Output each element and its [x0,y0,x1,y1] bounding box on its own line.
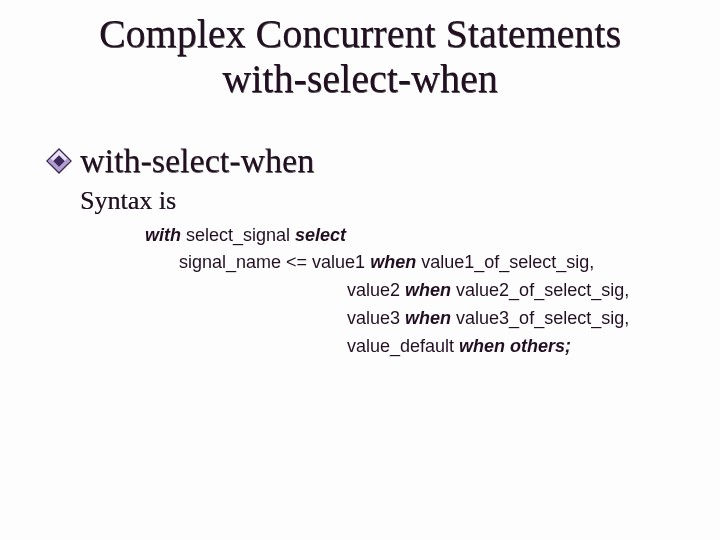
slide-container: Complex Concurrent Statements with-selec… [0,0,720,540]
syntax-block: with select_signal select signal_name <=… [80,222,690,361]
bullet-level1: with-select-when [50,142,690,180]
title-line-1: Complex Concurrent Statements [99,11,621,56]
bullet-level2: Syntax is with select_signal select sign… [50,186,690,361]
bullet-level2-text: Syntax is [80,186,690,216]
syntax-line-5: value_default when others; [145,333,690,361]
text-value3-sig: value3_of_select_sig, [451,308,629,328]
keyword-select: select [295,225,346,245]
keyword-with: with [145,225,181,245]
text-select-signal: select_signal [181,225,295,245]
syntax-line-1: with select_signal select [145,222,690,250]
syntax-line-2: signal_name <= value1 when value1_of_sel… [145,249,690,277]
title-line-2: with-select-when [222,56,497,101]
keyword-when-others: when others; [459,336,571,356]
text-value2-sig: value2_of_select_sig, [451,280,629,300]
syntax-line-4: value3 when value3_of_select_sig, [145,305,690,333]
text-value-default: value_default [347,336,459,356]
text-value3: value3 [347,308,405,328]
text-value2: value2 [347,280,405,300]
keyword-when-3: when [405,308,451,328]
text-signal-name: signal_name <= value1 [179,252,370,272]
keyword-when-1: when [370,252,416,272]
text-value1-sig: value1_of_select_sig, [416,252,594,272]
syntax-line-3: value2 when value2_of_select_sig, [145,277,690,305]
keyword-when-2: when [405,280,451,300]
slide-title: Complex Concurrent Statements with-selec… [40,12,680,102]
slide-body: with-select-when Syntax is with select_s… [0,142,720,361]
bullet-level1-text: with-select-when [80,142,314,180]
diamond-bullet-icon [46,148,71,173]
